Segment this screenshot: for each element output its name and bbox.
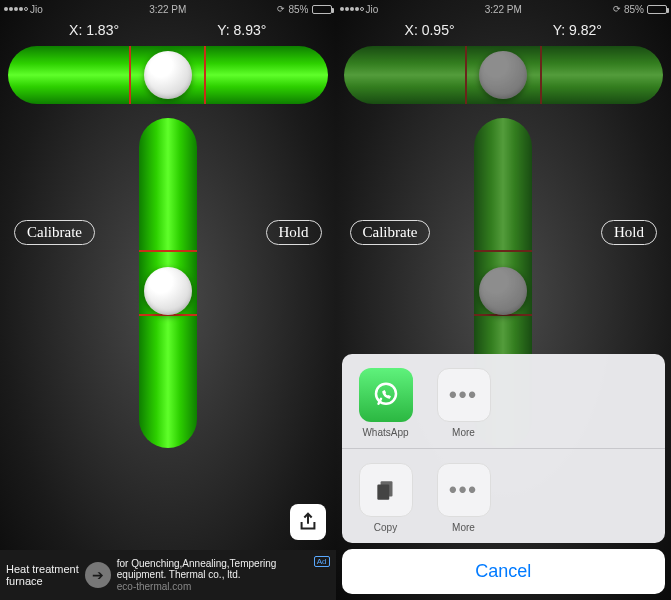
battery-percent: 85% bbox=[288, 4, 308, 15]
ad-arrow-icon: ➔ bbox=[85, 562, 111, 588]
share-actions-row: Copy ••• More bbox=[342, 448, 666, 543]
share-more-apps[interactable]: ••• More bbox=[434, 368, 494, 438]
whatsapp-icon bbox=[359, 368, 413, 422]
status-bar: Jio 3:22 PM ⟳ 85% bbox=[0, 0, 336, 18]
right-screenshot: Jio 3:22 PM ⟳ 85% X: 0.95° Y: 9.82° Cali… bbox=[336, 0, 672, 600]
carrier-label: Jio bbox=[366, 4, 379, 15]
carrier-label: Jio bbox=[30, 4, 43, 15]
status-time: 3:22 PM bbox=[149, 4, 186, 15]
orientation-lock-icon: ⟳ bbox=[613, 4, 621, 14]
calibrate-button[interactable]: Calibrate bbox=[350, 220, 431, 245]
x-reading: X: 0.95° bbox=[405, 22, 455, 38]
action-more[interactable]: ••• More bbox=[434, 463, 494, 533]
battery-icon bbox=[312, 5, 332, 14]
hold-button[interactable]: Hold bbox=[601, 220, 657, 245]
share-apps-row: WhatsApp ••• More bbox=[342, 354, 666, 448]
more-icon: ••• bbox=[437, 368, 491, 422]
share-icon bbox=[297, 511, 319, 533]
horizontal-level-tube bbox=[344, 46, 664, 104]
share-button[interactable] bbox=[290, 504, 326, 540]
left-screenshot: Jio 3:22 PM ⟳ 85% X: 1.83° Y: 8.93° Cali… bbox=[0, 0, 336, 600]
ad-banner[interactable]: Heat treatment furnace ➔ Ad for Quenchin… bbox=[0, 550, 336, 600]
copy-icon bbox=[359, 463, 413, 517]
x-reading: X: 1.83° bbox=[69, 22, 119, 38]
angle-readings: X: 1.83° Y: 8.93° bbox=[0, 18, 336, 46]
horizontal-level-tube bbox=[8, 46, 328, 104]
horizontal-bubble bbox=[144, 51, 192, 99]
angle-readings: X: 0.95° Y: 9.82° bbox=[336, 18, 672, 46]
orientation-lock-icon: ⟳ bbox=[277, 4, 285, 14]
vertical-bubble bbox=[144, 267, 192, 315]
y-reading: Y: 8.93° bbox=[217, 22, 266, 38]
ad-badge: Ad bbox=[314, 556, 330, 567]
cancel-button[interactable]: Cancel bbox=[342, 549, 666, 594]
vertical-bubble bbox=[479, 267, 527, 315]
y-reading: Y: 9.82° bbox=[553, 22, 602, 38]
vertical-level-tube bbox=[139, 118, 197, 448]
svg-rect-2 bbox=[377, 485, 389, 500]
battery-percent: 85% bbox=[624, 4, 644, 15]
horizontal-bubble bbox=[479, 51, 527, 99]
share-whatsapp[interactable]: WhatsApp bbox=[356, 368, 416, 438]
battery-icon bbox=[647, 5, 667, 14]
calibrate-button[interactable]: Calibrate bbox=[14, 220, 95, 245]
status-bar: Jio 3:22 PM ⟳ 85% bbox=[336, 0, 672, 18]
hold-button[interactable]: Hold bbox=[266, 220, 322, 245]
share-sheet: WhatsApp ••• More Copy ••• More bbox=[336, 348, 672, 600]
ad-description: Ad for Quenching,Annealing,Tempering equ… bbox=[117, 558, 330, 593]
action-copy[interactable]: Copy bbox=[356, 463, 416, 533]
ad-title: Heat treatment furnace bbox=[6, 563, 79, 587]
status-time: 3:22 PM bbox=[485, 4, 522, 15]
more-icon: ••• bbox=[437, 463, 491, 517]
